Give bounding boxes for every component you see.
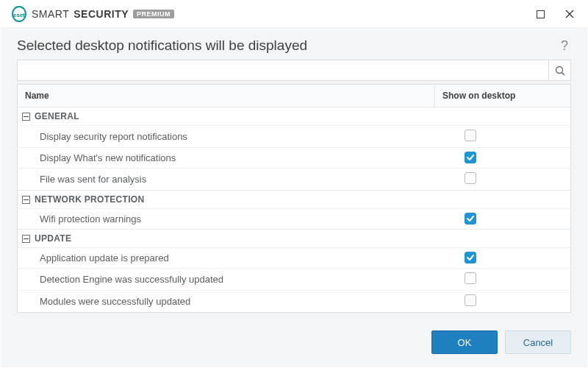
maximize-button[interactable] [526,1,555,27]
group-label: GENERAL [35,111,79,121]
titlebar: eset SMART SECURITY PREMIUM [1,1,587,27]
brand-logo-text: eset [13,12,25,18]
group-row[interactable]: NETWORK PROTECTION [18,191,571,209]
collapse-icon[interactable] [22,196,30,204]
notification-name: Detection Engine was successfully update… [18,269,435,291]
svg-line-3 [562,72,564,75]
brand-word-1: SMART [32,8,69,20]
notification-name: Application update is prepared [18,248,435,269]
group-row[interactable]: UPDATE [18,230,571,248]
notification-row: Application update is prepared [18,248,571,269]
brand-badge: PREMIUM [133,10,174,18]
notification-row: Wifi protection warnings [18,209,571,230]
brand-logo-icon: eset [11,6,27,22]
show-on-desktop-checkbox[interactable] [465,130,476,141]
column-header-name[interactable]: Name [18,85,435,107]
maximize-icon [537,10,545,18]
show-on-desktop-checkbox[interactable] [465,294,476,306]
search-bar [17,60,571,81]
svg-rect-1 [537,10,544,18]
notification-row: Display What's new notifications [18,148,571,169]
show-on-desktop-checkbox[interactable] [465,152,476,163]
show-on-desktop-checkbox[interactable] [465,213,476,224]
cancel-button[interactable]: Cancel [505,330,571,354]
column-header-show[interactable]: Show on desktop [435,85,571,107]
window: eset SMART SECURITY PREMIUM Selected des… [0,0,588,368]
notification-name: File was sent for analysis [18,169,435,191]
header: Selected desktop notifications will be d… [1,27,587,60]
notification-row: Display security report notifications [18,126,571,148]
notifications-table: Name Show on desktop GENERALDisplay secu… [17,84,571,313]
notification-name: Display security report notifications [18,126,435,148]
collapse-icon[interactable] [22,113,30,121]
help-button[interactable]: ? [558,38,571,54]
close-icon [565,10,574,18]
footer: OK Cancel [1,319,587,367]
notification-row: File was sent for analysis [18,169,571,191]
show-on-desktop-checkbox[interactable] [465,172,476,184]
collapse-icon[interactable] [22,235,30,243]
show-on-desktop-checkbox[interactable] [465,272,476,284]
show-on-desktop-checkbox[interactable] [465,252,476,263]
search-input[interactable] [18,60,548,80]
content: Name Show on desktop GENERALDisplay secu… [1,60,587,319]
brand-word-2: SECURITY [74,8,129,20]
svg-point-2 [556,66,562,73]
brand: eset SMART SECURITY PREMIUM [11,6,174,22]
group-label: UPDATE [35,233,71,244]
notification-name: Display What's new notifications [18,148,435,169]
notification-row: Detection Engine was successfully update… [18,269,571,291]
page-title: Selected desktop notifications will be d… [17,38,558,54]
group-label: NETWORK PROTECTION [35,194,144,205]
ok-button[interactable]: OK [431,330,498,354]
notification-row: Modules were successfully updated [18,291,571,313]
group-row[interactable]: GENERAL [18,107,571,126]
close-button[interactable] [555,1,584,27]
notification-name: Wifi protection warnings [18,209,435,230]
search-icon [555,66,565,76]
notification-name: Modules were successfully updated [18,291,435,313]
search-button[interactable] [548,60,570,80]
